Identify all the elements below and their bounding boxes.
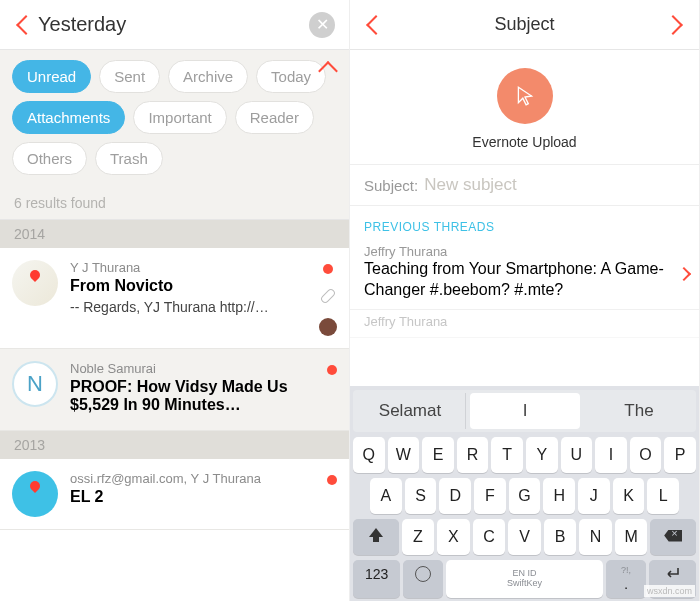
key-z[interactable]: Z (402, 519, 435, 555)
keyboard: Selamat I The Q W E R T Y U I O P A S D … (350, 386, 699, 601)
unread-dot-icon (327, 365, 337, 375)
indicators (327, 361, 337, 418)
key-i[interactable]: I (595, 437, 627, 473)
key-j[interactable]: J (578, 478, 610, 514)
subject-input[interactable]: New subject (424, 175, 517, 195)
key-o[interactable]: O (630, 437, 662, 473)
mail-body: ossi.rfz@gmail.com, Y J Thurana EL 2 (70, 471, 315, 517)
enter-icon (662, 566, 682, 580)
key-f[interactable]: F (474, 478, 506, 514)
subject-input-row[interactable]: Subject: New subject (350, 164, 699, 206)
key-l[interactable]: L (647, 478, 679, 514)
keyboard-row: A S D F G H J K L (353, 478, 696, 514)
compose-subject-pane: Subject Evernote Upload Subject: New sub… (350, 0, 700, 601)
subject-key-label: Subject: (364, 177, 418, 194)
attachment-icon (320, 288, 337, 305)
key-b[interactable]: B (544, 519, 577, 555)
subject-line: PROOF: How Vidsy Made Us $5,529 In 90 Mi… (70, 378, 315, 414)
upload-circle-icon (497, 68, 553, 124)
filter-chip-sent[interactable]: Sent (99, 60, 160, 93)
upload-label: Evernote Upload (472, 134, 576, 150)
key-d[interactable]: D (439, 478, 471, 514)
previous-threads-header: PREVIOUS THREADS (350, 206, 699, 240)
sender-label: ossi.rfz@gmail.com, Y J Thurana (70, 471, 315, 486)
suggestion[interactable]: The (584, 393, 694, 429)
keyboard-row: Z X C V B N M (353, 519, 696, 555)
mail-item[interactable]: Y J Thurana From Novicto -- Regards, YJ … (0, 248, 349, 349)
key-v[interactable]: V (508, 519, 541, 555)
page-title: Subject (350, 14, 699, 35)
page-title: Yesterday (38, 13, 309, 36)
filter-chip-today[interactable]: Today (256, 60, 326, 93)
filter-chip-attachments[interactable]: Attachments (12, 101, 125, 134)
filter-chip-reader[interactable]: Reader (235, 101, 314, 134)
key-space[interactable]: EN ID SwiftKey (446, 560, 604, 598)
cursor-icon (514, 85, 536, 107)
year-header: 2013 (0, 431, 349, 459)
sender-label: Noble Samurai (70, 361, 315, 376)
avatar-map-icon (12, 471, 58, 517)
key-shift[interactable] (353, 519, 399, 555)
key-period[interactable]: ?!, . (606, 560, 645, 598)
key-h[interactable]: H (543, 478, 575, 514)
next-button[interactable] (661, 18, 685, 32)
key-e[interactable]: E (422, 437, 454, 473)
key-t[interactable]: T (491, 437, 523, 473)
filter-chip-bar: Unread Sent Archive Today Attachments Im… (0, 50, 349, 187)
filter-chip-archive[interactable]: Archive (168, 60, 248, 93)
suggestion-bar: Selamat I The (353, 390, 696, 432)
key-m[interactable]: M (615, 519, 648, 555)
chevron-left-icon (16, 15, 36, 35)
suggestion[interactable]: I (470, 393, 580, 429)
filter-chip-important[interactable]: Important (133, 101, 226, 134)
avatar-map-icon (12, 260, 58, 306)
key-w[interactable]: W (388, 437, 420, 473)
unread-dot-icon (327, 475, 337, 485)
mail-item[interactable]: N Noble Samurai PROOF: How Vidsy Made Us… (0, 349, 349, 431)
key-q[interactable]: Q (353, 437, 385, 473)
thread-item[interactable]: Jeffry Thurana Teaching from Your Smartp… (350, 240, 699, 310)
header: Subject (350, 0, 699, 50)
key-emoji[interactable] (403, 560, 442, 598)
key-x[interactable]: X (437, 519, 470, 555)
clear-search-button[interactable]: ✕ (309, 12, 335, 38)
punct-main: . (624, 576, 628, 593)
backspace-icon (664, 530, 682, 542)
sender-label: Y J Thurana (70, 260, 307, 275)
back-button[interactable] (364, 18, 388, 32)
mail-item[interactable]: ossi.rfz@gmail.com, Y J Thurana EL 2 (0, 459, 349, 530)
year-header: 2014 (0, 220, 349, 248)
key-c[interactable]: C (473, 519, 506, 555)
mail-body: Y J Thurana From Novicto -- Regards, YJ … (70, 260, 307, 336)
attribution-watermark: wsxdn.com (644, 585, 695, 597)
unread-dot-icon (323, 264, 333, 274)
thread-subject: Teaching from Your Smartphone: A Game-Ch… (364, 259, 685, 301)
back-button[interactable] (14, 18, 38, 32)
indicators (319, 260, 337, 336)
key-numbers[interactable]: 123 (353, 560, 400, 598)
key-p[interactable]: P (664, 437, 696, 473)
key-u[interactable]: U (561, 437, 593, 473)
upload-area[interactable]: Evernote Upload (350, 50, 699, 164)
key-a[interactable]: A (370, 478, 402, 514)
filter-chip-trash[interactable]: Trash (95, 142, 163, 175)
header: Yesterday ✕ (0, 0, 349, 50)
subject-line: EL 2 (70, 488, 315, 506)
avatar-initial-icon: N (12, 361, 58, 407)
key-n[interactable]: N (579, 519, 612, 555)
suggestion[interactable]: Selamat (355, 393, 466, 429)
filter-chip-others[interactable]: Others (12, 142, 87, 175)
subject-line: From Novicto (70, 277, 307, 295)
key-k[interactable]: K (613, 478, 645, 514)
key-g[interactable]: G (509, 478, 541, 514)
thread-item[interactable]: Jeffry Thurana (350, 310, 699, 338)
key-y[interactable]: Y (526, 437, 558, 473)
key-s[interactable]: S (405, 478, 437, 514)
key-backspace[interactable] (650, 519, 696, 555)
key-r[interactable]: R (457, 437, 489, 473)
search-results-pane: Yesterday ✕ Unread Sent Archive Today At… (0, 0, 350, 601)
arrow-right-icon (663, 15, 683, 35)
participant-avatar-icon (319, 318, 337, 336)
thread-sender: Jeffry Thurana (364, 244, 685, 259)
filter-chip-unread[interactable]: Unread (12, 60, 91, 93)
